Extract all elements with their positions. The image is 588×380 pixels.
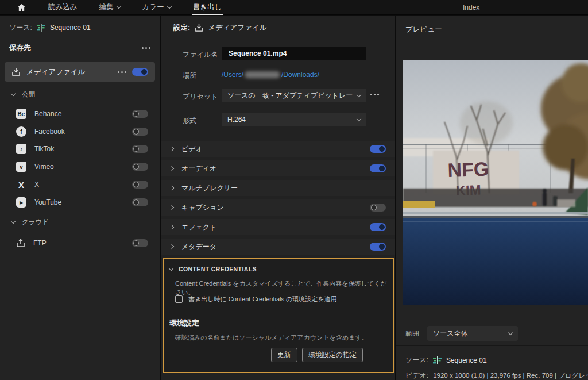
top-menu-bar: 読み込み 編集 カラー 書き出し Index [0, 0, 588, 15]
apply-credentials-checkbox-row[interactable]: 書き出し時に Content Credentials の環境設定を適用 [175, 295, 337, 304]
facebook-toggle[interactable] [132, 128, 148, 136]
location-suffix: /Downloads/ [281, 71, 319, 79]
update-button[interactable]: 更新 [271, 348, 297, 362]
home-icon [17, 3, 26, 11]
facebook-label: Facebook [34, 128, 124, 136]
destination-tiktok[interactable]: ♪ TikTok [16, 141, 148, 156]
section-metadata-label: メタデータ [181, 242, 362, 252]
publish-group-label: 公開 [22, 90, 35, 99]
preset-label: プリセット [183, 92, 218, 102]
section-video[interactable]: ビデオ [161, 141, 395, 157]
section-multiplexer[interactable]: マルチプレクサー [161, 180, 395, 196]
section-effects[interactable]: エフェクト [161, 219, 395, 235]
export-settings-panel: 設定: メディアファイル ファイル名 場所 /Users/ /Downloads… [161, 16, 395, 380]
chevron-down-icon [508, 330, 513, 335]
content-credentials-description: Content Credentials をカスタマイズすることで、作業内容を保護… [175, 279, 393, 297]
project-title: Index [463, 0, 479, 15]
youtube-icon: ▶ [16, 197, 26, 208]
audio-toggle[interactable] [370, 164, 386, 172]
destination-behance[interactable]: Bē Behance [16, 106, 148, 121]
graffiti-text-1: NFG [447, 158, 489, 181]
video-info-row: ビデオ: 1920 x 1080 (1,0) | 23,976 fps | Re… [405, 371, 588, 380]
section-captions[interactable]: キャプション [161, 199, 395, 216]
preset-dropdown[interactable]: ソースの一致 - アダプティブビットレート (高) [222, 89, 366, 102]
ftp-label: FTP [33, 239, 124, 247]
format-dropdown[interactable]: H.264 [222, 113, 366, 126]
ftp-toggle[interactable] [132, 239, 148, 247]
vimeo-icon: v [16, 162, 26, 172]
filename-input[interactable] [222, 47, 366, 60]
section-captions-label: キャプション [181, 203, 362, 213]
destination-youtube[interactable]: ▶ YouTube [16, 195, 148, 210]
chevron-down-icon [357, 92, 361, 97]
workspace-tabs: 読み込み 編集 カラー 書き出し [48, 0, 222, 15]
redacted-username [245, 71, 280, 78]
filename-label: ファイル名 [183, 50, 218, 60]
preferences-description: 確認済みの名前またはソーシャルメディアアカウントを含めます。 [175, 333, 368, 342]
destination-facebook[interactable]: f Facebook [16, 124, 148, 139]
home-button[interactable] [16, 2, 26, 13]
cloud-group-label: クラウド [22, 218, 49, 227]
publish-group[interactable]: 公開 [11, 89, 35, 99]
preview-source-value: Sequence 01 [446, 356, 487, 364]
specify-preferences-button[interactable]: 環境設定の指定 [302, 348, 363, 362]
more-icon[interactable] [142, 47, 144, 49]
video-preview: NFG KIM [403, 60, 588, 305]
apply-credentials-checkbox[interactable] [175, 295, 183, 303]
format-value: H.264 [227, 116, 353, 124]
chevron-right-icon [169, 225, 174, 229]
tab-export[interactable]: 書き出し [193, 0, 222, 15]
destination-x[interactable]: X X [16, 177, 148, 192]
tab-color-label: カラー [142, 2, 164, 12]
tab-edit-label: 編集 [99, 2, 114, 12]
divider [396, 345, 588, 346]
vimeo-toggle[interactable] [132, 163, 148, 171]
download-icon [11, 67, 21, 76]
preview-source-label: ソース: [405, 355, 428, 365]
settings-label: 設定: [173, 23, 190, 33]
vimeo-label: Vimeo [34, 163, 124, 171]
chevron-down-icon [116, 4, 121, 9]
chevron-right-icon [169, 244, 174, 249]
section-audio-label: オーディオ [181, 164, 362, 174]
section-audio[interactable]: オーディオ [161, 160, 395, 176]
chevron-down-icon [167, 4, 171, 9]
destinations-sidebar: ソース: Sequence 01 保存先 メディアファイル [0, 16, 160, 380]
tab-edit[interactable]: 編集 [99, 0, 121, 15]
x-label: X [34, 181, 124, 189]
apply-credentials-label: 書き出し時に Content Credentials の環境設定を適用 [188, 295, 337, 304]
destination-media-file[interactable]: メディアファイル [5, 62, 155, 82]
source-value: Sequence 01 [50, 24, 91, 32]
preset-more-icon[interactable] [370, 94, 372, 95]
video-toggle[interactable] [370, 145, 386, 153]
source-label: ソース: [9, 23, 32, 33]
cloud-group[interactable]: クラウド [11, 217, 49, 227]
media-file-toggle[interactable] [132, 68, 148, 76]
destination-vimeo[interactable]: v Vimeo [16, 159, 148, 174]
location-link[interactable]: /Users/ /Downloads/ [222, 71, 319, 79]
video-info-value: 1920 x 1080 (1,0) | 23,976 fps | Rec. 70… [433, 371, 588, 380]
section-metadata[interactable]: メタデータ [161, 239, 395, 255]
tiktok-icon: ♪ [16, 144, 26, 154]
tab-import[interactable]: 読み込み [48, 0, 78, 15]
captions-toggle[interactable] [370, 204, 386, 212]
tab-color[interactable]: カラー [142, 0, 171, 15]
x-toggle[interactable] [132, 181, 148, 189]
range-dropdown[interactable]: ソース全体 [427, 326, 518, 341]
effects-toggle[interactable] [370, 223, 386, 231]
premiere-export-window: 読み込み 編集 カラー 書き出し Index ソース: [0, 0, 588, 380]
content-credentials-title: CONTENT CREDENTIALS [179, 266, 257, 272]
content-credentials-header[interactable]: CONTENT CREDENTIALS [169, 266, 257, 272]
tiktok-toggle[interactable] [132, 145, 148, 153]
more-icon[interactable] [118, 71, 119, 73]
behance-toggle[interactable] [132, 110, 148, 118]
chevron-right-icon [169, 147, 174, 151]
destinations-header-label: 保存先 [9, 43, 31, 53]
location-label: 場所 [183, 71, 196, 80]
metadata-toggle[interactable] [370, 243, 386, 251]
chevron-down-icon [11, 91, 16, 95]
youtube-toggle[interactable] [132, 198, 148, 206]
destination-ftp[interactable]: FTP [16, 236, 148, 251]
tiktok-label: TikTok [34, 145, 124, 153]
preview-panel: プレビュー [396, 16, 588, 380]
